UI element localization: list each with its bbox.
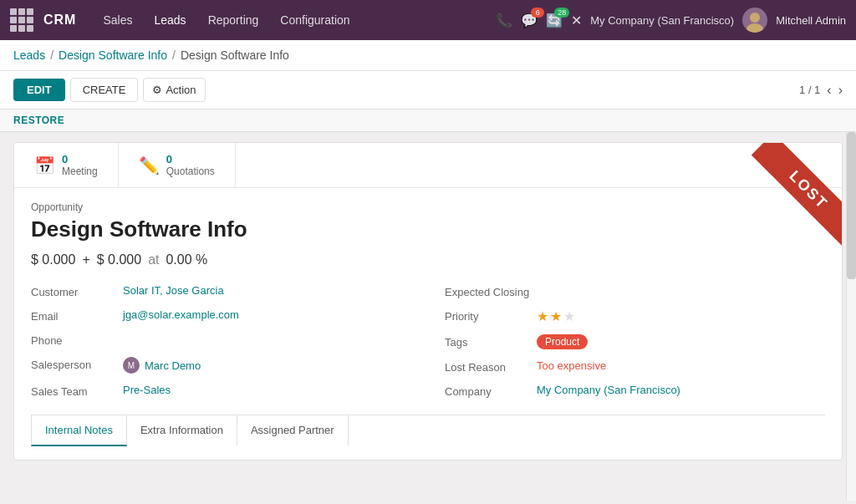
- svg-point-0: [750, 13, 760, 23]
- phone-label: Phone: [31, 333, 123, 347]
- action-left: EDIT CREATE ⚙ Action: [13, 78, 206, 102]
- revenue-percent: 0.00 %: [166, 252, 207, 267]
- quotations-label: Quotations: [166, 165, 215, 177]
- tags-label: Tags: [445, 334, 537, 349]
- tab-extra-information[interactable]: Extra Information: [127, 415, 237, 446]
- phone-icon[interactable]: 📞: [496, 13, 512, 28]
- star-3[interactable]: ★: [563, 308, 575, 324]
- create-button[interactable]: CREATE: [70, 78, 139, 102]
- email-field: Email jga@solar.example.com: [31, 308, 411, 323]
- page-scrollbar[interactable]: [846, 132, 856, 501]
- priority-stars: ★ ★ ★: [537, 308, 575, 324]
- meeting-label: Meeting: [62, 165, 98, 177]
- salesperson-field: Salesperson M Marc Demo: [31, 357, 411, 374]
- tags-field: Tags Product: [445, 334, 825, 349]
- chat-badge: 6: [531, 8, 544, 18]
- salesperson-label: Salesperson: [31, 357, 123, 371]
- gear-icon: ⚙: [152, 84, 162, 96]
- revenue-row: $ 0.000 + $ 0.000 at 0.00 %: [31, 252, 825, 267]
- calendar-icon: 📅: [34, 155, 55, 176]
- brand-logo[interactable]: CRM: [43, 13, 76, 28]
- company-label: Company: [445, 384, 537, 398]
- sales-team-value[interactable]: Pre-Sales: [123, 384, 171, 396]
- quotations-count: 0: [166, 153, 215, 165]
- next-button[interactable]: ›: [838, 83, 843, 98]
- pagination-label: 1 / 1: [799, 84, 820, 96]
- lost-reason-value: Too expensive: [537, 359, 606, 372]
- email-label: Email: [31, 308, 123, 323]
- action-bar: EDIT CREATE ⚙ Action 1 / 1 ‹ ›: [0, 71, 856, 109]
- action-button[interactable]: ⚙ Action: [143, 78, 205, 102]
- expected-closing-label: Expected Closing: [445, 284, 537, 298]
- revenue-at: at: [148, 252, 159, 267]
- quotation-icon: ✏️: [139, 155, 160, 176]
- lost-reason-field: Lost Reason Too expensive: [445, 359, 825, 374]
- navbar: CRM Sales Leads Reporting Configuration …: [0, 0, 856, 40]
- breadcrumb-parent[interactable]: Design Software Info: [59, 48, 167, 62]
- phone-field: Phone: [31, 333, 411, 347]
- customer-value[interactable]: Solar IT, Jose Garcia: [123, 284, 224, 297]
- timer-badge: 28: [554, 8, 569, 18]
- company-field: Company My Company (San Francisco): [445, 384, 825, 398]
- nav-item-reporting[interactable]: Reporting: [198, 8, 269, 32]
- scrollbar-thumb: [847, 132, 856, 279]
- smart-buttons: 📅 0 Meeting ✏️ 0 Quotations: [14, 143, 842, 188]
- meeting-button[interactable]: 📅 0 Meeting: [14, 143, 119, 187]
- email-value[interactable]: jga@solar.example.com: [123, 308, 239, 321]
- tab-assigned-partner[interactable]: Assigned Partner: [237, 415, 349, 446]
- star-1[interactable]: ★: [537, 308, 548, 324]
- meeting-count: 0: [62, 153, 98, 165]
- form-left-col: Customer Solar IT, Jose Garcia Email jga…: [31, 284, 411, 408]
- nav-item-configuration[interactable]: Configuration: [270, 8, 359, 32]
- user-name: Mitchell Admin: [776, 14, 846, 27]
- opportunity-label: Opportunity: [31, 201, 825, 213]
- priority-label: Priority: [445, 308, 537, 323]
- edit-button[interactable]: EDIT: [13, 79, 65, 101]
- nav-menu: Sales Leads Reporting Configuration: [93, 8, 492, 32]
- close-icon[interactable]: ✕: [571, 13, 582, 28]
- restore-bar[interactable]: RESTORE: [0, 109, 856, 132]
- lost-reason-label: Lost Reason: [445, 359, 537, 374]
- sales-team-label: Sales Team: [31, 384, 123, 398]
- salesperson-row: M Marc Demo: [123, 357, 201, 374]
- star-2[interactable]: ★: [550, 308, 562, 324]
- tabs-bar: Internal Notes Extra Information Assigne…: [31, 415, 825, 446]
- quotations-info: 0 Quotations: [166, 153, 215, 177]
- navbar-right: 📞 💬 6 🔄 28 ✕ My Company (San Francisco) …: [496, 8, 846, 33]
- company-value[interactable]: My Company (San Francisco): [537, 384, 680, 396]
- form-fields: Customer Solar IT, Jose Garcia Email jga…: [31, 284, 825, 408]
- action-right: 1 / 1 ‹ ›: [799, 83, 843, 98]
- salesperson-avatar: M: [123, 357, 140, 374]
- prev-button[interactable]: ‹: [827, 83, 831, 98]
- opportunity-title: Design Software Info: [31, 216, 825, 242]
- tab-internal-notes[interactable]: Internal Notes: [31, 415, 127, 446]
- svg-point-1: [746, 23, 763, 33]
- chat-icon[interactable]: 💬 6: [521, 13, 538, 28]
- tags-value[interactable]: Product: [537, 334, 588, 349]
- content-card: 📅 0 Meeting ✏️ 0 Quotations LOST Opportu…: [13, 142, 843, 461]
- revenue-extra: $ 0.000: [97, 252, 141, 267]
- apps-menu-icon[interactable]: [10, 8, 33, 32]
- nav-item-sales[interactable]: Sales: [93, 8, 142, 32]
- revenue-plus: +: [82, 252, 89, 267]
- sales-team-field: Sales Team Pre-Sales: [31, 384, 411, 398]
- breadcrumb-root[interactable]: Leads: [13, 48, 45, 62]
- breadcrumb-current: Design Software Info: [181, 48, 289, 62]
- customer-field: Customer Solar IT, Jose Garcia: [31, 284, 411, 298]
- company-name: My Company (San Francisco): [590, 14, 734, 27]
- meeting-info: 0 Meeting: [62, 153, 98, 177]
- form-body: Opportunity Design Software Info $ 0.000…: [14, 188, 842, 460]
- breadcrumb-sep-1: /: [50, 48, 54, 62]
- avatar[interactable]: [742, 8, 767, 33]
- quotations-button[interactable]: ✏️ 0 Quotations: [119, 143, 236, 187]
- revenue-main: $ 0.000: [31, 252, 75, 267]
- action-label: Action: [166, 84, 196, 96]
- breadcrumb-sep-2: /: [172, 48, 176, 62]
- salesperson-value[interactable]: Marc Demo: [145, 359, 201, 372]
- nav-item-leads[interactable]: Leads: [144, 8, 196, 32]
- customer-label: Customer: [31, 284, 123, 298]
- timer-icon[interactable]: 🔄 28: [546, 13, 563, 28]
- expected-closing-field: Expected Closing: [445, 284, 825, 298]
- breadcrumb: Leads / Design Software Info / Design So…: [0, 40, 856, 71]
- form-right-col: Expected Closing Priority ★ ★ ★ Tags Pr: [445, 284, 825, 408]
